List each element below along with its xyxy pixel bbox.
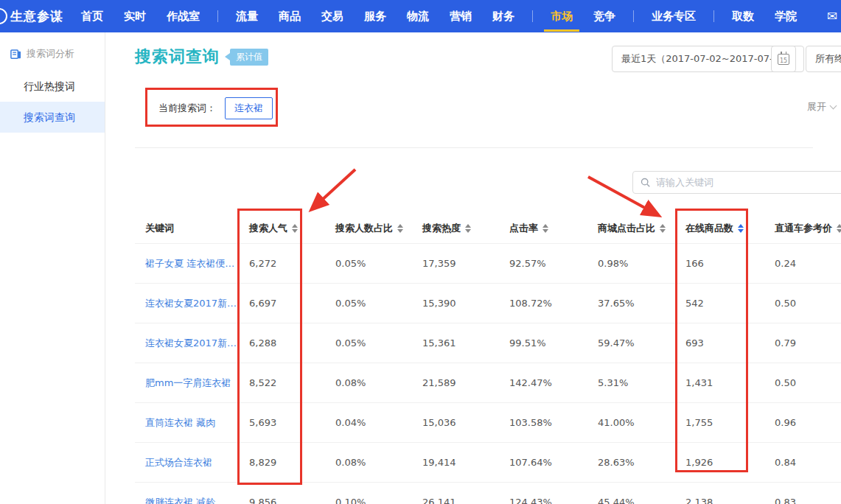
- cell-value: 0.05%: [335, 258, 422, 269]
- main-content: 搜索词查询 累计值 最近1天（2017-07-02~2017-07-02） 15…: [105, 32, 841, 504]
- mail-icon[interactable]: ✉: [827, 9, 837, 24]
- sort-desc-icon: [837, 229, 841, 233]
- sort-asc-icon: [837, 224, 841, 228]
- nav-item-商品[interactable]: 商品: [279, 0, 301, 32]
- expand-toggle[interactable]: 展开: [807, 100, 836, 113]
- nav-item-财务[interactable]: 财务: [492, 0, 514, 32]
- current-term-label: 当前搜索词：: [158, 102, 216, 115]
- nav-item-首页[interactable]: 首页: [81, 0, 103, 32]
- table-row: 直筒连衣裙 藏肉5,6930.04%15,036103.58%41.00%1,7…: [135, 402, 841, 442]
- column-label: 直通车参考价: [775, 222, 832, 235]
- sort-asc-icon: [397, 224, 403, 228]
- column-header: 直通车参考价: [775, 222, 841, 235]
- search-icon: [641, 178, 651, 188]
- current-term-tag[interactable]: 连衣裙: [225, 97, 273, 119]
- cell-value: 542: [685, 298, 775, 309]
- cell-value: 59.47%: [598, 337, 685, 349]
- keyword-link[interactable]: 肥mm一字肩连衣裙: [135, 377, 249, 390]
- brand-name: 生意参谋: [10, 8, 63, 25]
- sort-asc-icon: [738, 224, 744, 228]
- cell-value: 37.65%: [598, 298, 685, 309]
- nav-item-营销[interactable]: 营销: [450, 0, 472, 32]
- cell-value: 0.79: [775, 337, 841, 349]
- nav-divider: [217, 10, 218, 22]
- top-nav: 生意参谋 首页实时作战室流量商品交易服务物流营销财务市场竞争业务专区取数学院 ✉: [0, 0, 841, 32]
- nav-item-市场[interactable]: 市场: [551, 0, 573, 32]
- sort-icon[interactable]: [837, 224, 841, 233]
- keyword-link[interactable]: 连衣裙女夏2017新款...: [135, 297, 249, 310]
- nav-item-物流[interactable]: 物流: [407, 0, 429, 32]
- keyword-link[interactable]: 正式场合连衣裙: [135, 456, 249, 469]
- keyword-link[interactable]: 直筒连衣裙 藏肉: [135, 416, 249, 430]
- expand-label: 展开: [807, 100, 826, 113]
- sidebar-item[interactable]: 行业热搜词: [0, 71, 105, 102]
- column-header: 商城点击占比: [598, 222, 685, 235]
- cell-value: 2,138: [685, 497, 775, 504]
- cell-value: 6,288: [249, 337, 335, 349]
- sort-asc-icon: [292, 224, 298, 228]
- cell-value: 166: [685, 258, 775, 269]
- report-icon: [10, 49, 21, 60]
- table-row: 正式场合连衣裙8,8290.08%19,414107.64%28.63%1,92…: [135, 442, 841, 482]
- page: 生意参谋 首页实时作战室流量商品交易服务物流营销财务市场竞争业务专区取数学院 ✉…: [0, 0, 841, 504]
- cell-value: 0.10%: [335, 497, 422, 504]
- cell-value: 8,522: [249, 377, 335, 388]
- nav-item-取数[interactable]: 取数: [732, 0, 754, 32]
- keyword-link[interactable]: 裙子女夏 连衣裙便宜5...: [135, 257, 249, 270]
- brand[interactable]: 生意参谋: [0, 0, 63, 32]
- cell-value: 5.31%: [598, 377, 685, 388]
- sort-asc-icon: [465, 224, 471, 228]
- cell-value: 99.51%: [509, 337, 598, 349]
- nav-item-学院[interactable]: 学院: [775, 0, 797, 32]
- cell-value: 103.58%: [509, 417, 598, 428]
- cell-value: 26,141: [422, 497, 509, 504]
- sidebar-item[interactable]: 搜索词查询: [0, 102, 105, 133]
- column-label: 点击率: [509, 222, 538, 235]
- cell-value: 15,390: [422, 298, 509, 309]
- badge-arrow-icon: [225, 53, 230, 60]
- cell-value: 0.98%: [598, 258, 685, 269]
- cell-value: 124.43%: [509, 497, 598, 504]
- table-header-row: 关键词搜索人气搜索人数占比搜索热度点击率商城点击占比在线商品数直通车参考价: [135, 214, 841, 243]
- cell-value: 0.84: [775, 457, 841, 468]
- calendar-button[interactable]: 15: [771, 46, 796, 72]
- keyword-search-input[interactable]: [656, 177, 841, 188]
- sidebar: 搜索词分析 行业热搜词搜索词查询: [0, 32, 105, 504]
- sort-icon[interactable]: [738, 224, 744, 233]
- sort-desc-icon: [292, 229, 298, 233]
- cell-value: 0.24: [775, 258, 841, 269]
- badge-label: 累计值: [230, 49, 268, 66]
- cell-value: 8,829: [249, 457, 335, 468]
- cell-value: 0.04%: [335, 417, 422, 428]
- page-title: 搜索词查询: [135, 46, 220, 68]
- terminal-filter-label: 所有终端: [815, 53, 841, 64]
- sidebar-section-header: 搜索词分析: [0, 32, 105, 71]
- keyword-link[interactable]: 连衣裙女夏2017新款...: [135, 337, 249, 350]
- nav-item-流量[interactable]: 流量: [236, 0, 258, 32]
- nav-item-实时[interactable]: 实时: [124, 0, 146, 32]
- keyword-link[interactable]: 微胖连衣裙 减龄: [135, 496, 249, 504]
- cell-value: 142.47%: [509, 377, 598, 388]
- cell-value: 28.63%: [598, 457, 685, 468]
- cumulative-badge: 累计值: [225, 49, 268, 66]
- table-row: 肥mm一字肩连衣裙8,5220.08%21,589142.47%5.31%1,4…: [135, 363, 841, 402]
- column-header: 搜索人气: [249, 222, 335, 235]
- cell-value: 6,272: [249, 258, 335, 269]
- cell-value: 1,926: [685, 457, 775, 468]
- column-header: 点击率: [509, 222, 598, 235]
- nav-item-竞争[interactable]: 竞争: [593, 0, 615, 32]
- sort-icon[interactable]: [397, 224, 403, 233]
- nav-item-服务[interactable]: 服务: [364, 0, 386, 32]
- sort-icon[interactable]: [292, 224, 298, 233]
- cell-value: 45.44%: [598, 497, 685, 504]
- date-range-label: 最近1天（2017-07-02~2017-07-02）: [621, 53, 795, 64]
- sort-icon[interactable]: [542, 224, 548, 233]
- column-header: 搜索热度: [422, 222, 509, 235]
- sort-icon[interactable]: [465, 224, 471, 233]
- terminal-filter-select[interactable]: 所有终端: [806, 46, 841, 72]
- sort-icon[interactable]: [660, 224, 666, 233]
- nav-item-作战室[interactable]: 作战室: [167, 0, 200, 32]
- nav-item-交易[interactable]: 交易: [321, 0, 343, 32]
- column-header: 搜索人数占比: [335, 222, 422, 235]
- nav-item-业务专区[interactable]: 业务专区: [652, 0, 696, 32]
